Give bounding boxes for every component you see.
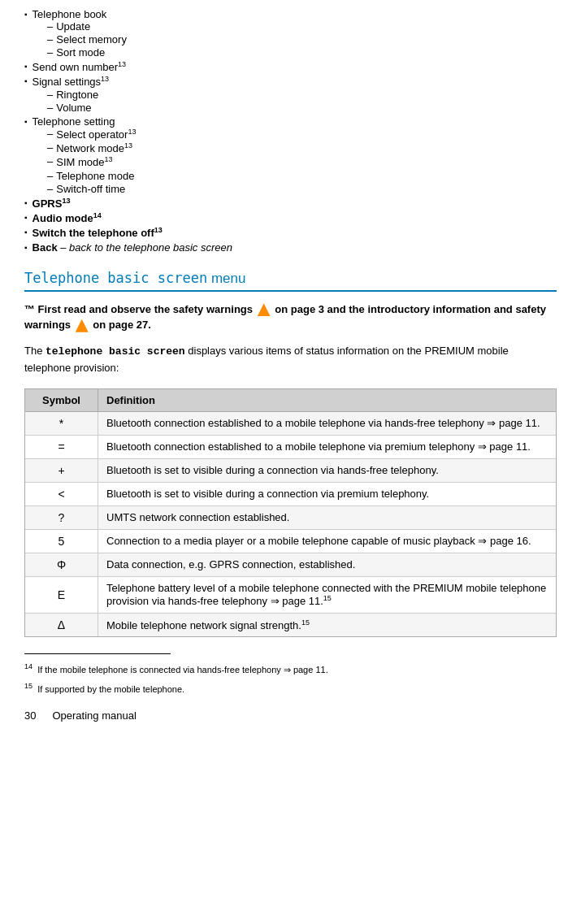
warning-icon-2 bbox=[76, 319, 89, 332]
symbol-cell: Φ bbox=[25, 553, 98, 577]
section-heading-mono: Telephone basic screen bbox=[24, 271, 207, 287]
definition-cell: Bluetooth is set to visible during a con… bbox=[98, 459, 557, 483]
bullet-gprs: GPRS13 bbox=[24, 197, 557, 210]
definition-cell: Mobile telephone network signal strength… bbox=[98, 613, 557, 636]
definition-cell: Bluetooth is set to visible during a con… bbox=[98, 483, 557, 506]
warning-icon-1 bbox=[258, 303, 271, 316]
list-item: Telephone mode bbox=[47, 170, 557, 182]
table-row: < Bluetooth is set to visible during a c… bbox=[25, 483, 557, 506]
definition-cell: UMTS network connection established. bbox=[98, 506, 557, 530]
page-number: 30 bbox=[24, 709, 36, 722]
list-item: Select operator13 bbox=[47, 128, 557, 141]
item-label: Telephone book bbox=[33, 8, 107, 20]
list-item: Update bbox=[47, 20, 557, 33]
symbol-cell: Δ bbox=[25, 613, 98, 636]
symbol-cell: 5 bbox=[25, 530, 98, 553]
table-row: Φ Data connection, e.g. GPRS connection,… bbox=[25, 553, 557, 577]
list-item: Ringtone bbox=[47, 89, 557, 101]
bullet-switch-off: Switch the telephone off13 bbox=[24, 226, 557, 239]
list-item: Telephone setting Select operator13 Netw… bbox=[24, 115, 557, 195]
section-heading: Telephone basic screen menu bbox=[24, 270, 557, 292]
list-item: Sort mode bbox=[47, 46, 557, 59]
footnote-divider bbox=[24, 653, 171, 654]
symbol-cell: E bbox=[25, 577, 98, 613]
symbol-cell: * bbox=[25, 412, 98, 436]
list-item: Send own number13 bbox=[24, 60, 557, 73]
list-item: Switch-off time bbox=[47, 183, 557, 195]
table-row: ? UMTS network connection established. bbox=[25, 506, 557, 530]
col-definition-header: Definition bbox=[98, 389, 557, 412]
table-row: 5 Connection to a media player or a mobi… bbox=[25, 530, 557, 553]
symbol-table: Symbol Definition * Bluetooth connection… bbox=[24, 388, 557, 637]
definition-cell: Bluetooth connection established to a mo… bbox=[98, 412, 557, 436]
symbol-cell: = bbox=[25, 436, 98, 459]
mono-term: telephone basic screen bbox=[46, 345, 185, 358]
bullet-send-own-number: Send own number13 bbox=[24, 60, 557, 73]
bullet-audio-mode: Audio mode14 bbox=[24, 211, 557, 224]
description-paragraph: The telephone basic screen displays vari… bbox=[24, 343, 557, 378]
sub-list-signal-settings: Ringtone Volume bbox=[47, 89, 557, 114]
list-item: Volume bbox=[47, 102, 557, 114]
table-row: + Bluetooth is set to visible during a c… bbox=[25, 459, 557, 483]
table-row: E Telephone battery level of a mobile te… bbox=[25, 577, 557, 613]
list-item: Audio mode14 bbox=[24, 211, 557, 224]
definition-cell: Connection to a media player or a mobile… bbox=[98, 530, 557, 553]
sub-list-telephone-setting: Select operator13 Network mode13 SIM mod… bbox=[47, 128, 557, 195]
footer-label: Operating manual bbox=[52, 709, 136, 722]
table-header-row: Symbol Definition bbox=[25, 389, 557, 412]
list-item: Select memory bbox=[47, 33, 557, 46]
list-item: Signal settings13 Ringtone Volume bbox=[24, 75, 557, 113]
bullet-back: Back – back to the telephone basic scree… bbox=[24, 241, 557, 254]
symbol-cell: + bbox=[25, 459, 98, 483]
definition-cell: Bluetooth connection established to a mo… bbox=[98, 436, 557, 459]
bullet-telephone-setting: Telephone setting bbox=[24, 115, 557, 128]
list-item: GPRS13 bbox=[24, 197, 557, 210]
list-item: Network mode13 bbox=[47, 141, 557, 154]
symbol-cell: ? bbox=[25, 506, 98, 530]
bullet-signal-settings: Signal settings13 bbox=[24, 75, 557, 88]
symbol-cell: < bbox=[25, 483, 98, 506]
table-row: Δ Mobile telephone network signal streng… bbox=[25, 613, 557, 636]
warning-block: ™ First read and observe the safety warn… bbox=[24, 301, 557, 333]
page-footer: 30 Operating manual bbox=[24, 709, 557, 722]
section-heading-normal: menu bbox=[207, 271, 245, 286]
list-item: SIM mode13 bbox=[47, 155, 557, 168]
footnote-15: 15 If supported by the mobile telephone. bbox=[24, 680, 557, 696]
warning-text: ™ First read and observe the safety warn… bbox=[24, 301, 557, 333]
table-row: = Bluetooth connection established to a … bbox=[25, 436, 557, 459]
col-symbol-header: Symbol bbox=[25, 389, 98, 412]
sub-list-telephone-book: Update Select memory Sort mode bbox=[47, 20, 557, 59]
list-item: Telephone book Update Select memory Sort… bbox=[24, 8, 557, 59]
definition-cell: Data connection, e.g. GPRS connection, e… bbox=[98, 553, 557, 577]
definition-cell: Telephone battery level of a mobile tele… bbox=[98, 577, 557, 613]
menu-list: Telephone book Update Select memory Sort… bbox=[24, 8, 557, 254]
list-item: Switch the telephone off13 bbox=[24, 226, 557, 239]
bullet-telephone-book: Telephone book bbox=[24, 8, 557, 20]
table-row: * Bluetooth connection established to a … bbox=[25, 412, 557, 436]
footnote-14: 14 If the mobile telephone is connected … bbox=[24, 661, 557, 677]
list-item: Back – back to the telephone basic scree… bbox=[24, 241, 557, 254]
